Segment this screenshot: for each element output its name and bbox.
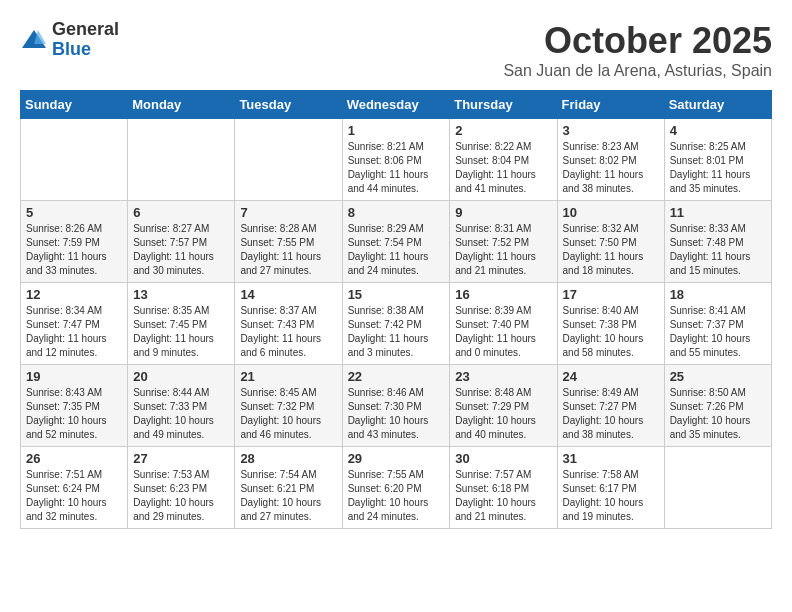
day-info: Sunrise: 8:31 AM Sunset: 7:52 PM Dayligh… bbox=[455, 222, 551, 278]
day-number: 5 bbox=[26, 205, 122, 220]
day-info: Sunrise: 7:57 AM Sunset: 6:18 PM Dayligh… bbox=[455, 468, 551, 524]
day-info: Sunrise: 7:55 AM Sunset: 6:20 PM Dayligh… bbox=[348, 468, 445, 524]
day-info: Sunrise: 8:48 AM Sunset: 7:29 PM Dayligh… bbox=[455, 386, 551, 442]
calendar-cell: 7Sunrise: 8:28 AM Sunset: 7:55 PM Daylig… bbox=[235, 201, 342, 283]
day-number: 31 bbox=[563, 451, 659, 466]
day-info: Sunrise: 8:34 AM Sunset: 7:47 PM Dayligh… bbox=[26, 304, 122, 360]
day-number: 13 bbox=[133, 287, 229, 302]
day-number: 27 bbox=[133, 451, 229, 466]
day-info: Sunrise: 7:58 AM Sunset: 6:17 PM Dayligh… bbox=[563, 468, 659, 524]
calendar-cell: 27Sunrise: 7:53 AM Sunset: 6:23 PM Dayli… bbox=[128, 447, 235, 529]
calendar-cell: 9Sunrise: 8:31 AM Sunset: 7:52 PM Daylig… bbox=[450, 201, 557, 283]
calendar-week-row: 1Sunrise: 8:21 AM Sunset: 8:06 PM Daylig… bbox=[21, 119, 772, 201]
calendar-header-saturday: Saturday bbox=[664, 91, 771, 119]
calendar-cell bbox=[664, 447, 771, 529]
day-number: 17 bbox=[563, 287, 659, 302]
day-number: 21 bbox=[240, 369, 336, 384]
day-number: 11 bbox=[670, 205, 766, 220]
day-number: 18 bbox=[670, 287, 766, 302]
calendar-cell: 10Sunrise: 8:32 AM Sunset: 7:50 PM Dayli… bbox=[557, 201, 664, 283]
calendar-week-row: 5Sunrise: 8:26 AM Sunset: 7:59 PM Daylig… bbox=[21, 201, 772, 283]
calendar-table: SundayMondayTuesdayWednesdayThursdayFrid… bbox=[20, 90, 772, 529]
day-number: 4 bbox=[670, 123, 766, 138]
day-number: 10 bbox=[563, 205, 659, 220]
calendar-cell: 17Sunrise: 8:40 AM Sunset: 7:38 PM Dayli… bbox=[557, 283, 664, 365]
day-number: 16 bbox=[455, 287, 551, 302]
day-info: Sunrise: 7:54 AM Sunset: 6:21 PM Dayligh… bbox=[240, 468, 336, 524]
day-info: Sunrise: 8:39 AM Sunset: 7:40 PM Dayligh… bbox=[455, 304, 551, 360]
day-number: 3 bbox=[563, 123, 659, 138]
day-info: Sunrise: 8:21 AM Sunset: 8:06 PM Dayligh… bbox=[348, 140, 445, 196]
calendar-cell: 14Sunrise: 8:37 AM Sunset: 7:43 PM Dayli… bbox=[235, 283, 342, 365]
page-header: General Blue October 2025 San Juan de la… bbox=[20, 20, 772, 80]
day-number: 23 bbox=[455, 369, 551, 384]
title-block: October 2025 San Juan de la Arena, Astur… bbox=[503, 20, 772, 80]
day-number: 9 bbox=[455, 205, 551, 220]
calendar-cell bbox=[128, 119, 235, 201]
day-number: 25 bbox=[670, 369, 766, 384]
calendar-cell: 18Sunrise: 8:41 AM Sunset: 7:37 PM Dayli… bbox=[664, 283, 771, 365]
day-info: Sunrise: 8:44 AM Sunset: 7:33 PM Dayligh… bbox=[133, 386, 229, 442]
calendar-header-monday: Monday bbox=[128, 91, 235, 119]
logo: General Blue bbox=[20, 20, 119, 60]
day-number: 26 bbox=[26, 451, 122, 466]
calendar-cell: 1Sunrise: 8:21 AM Sunset: 8:06 PM Daylig… bbox=[342, 119, 450, 201]
day-info: Sunrise: 8:50 AM Sunset: 7:26 PM Dayligh… bbox=[670, 386, 766, 442]
day-info: Sunrise: 8:41 AM Sunset: 7:37 PM Dayligh… bbox=[670, 304, 766, 360]
logo-icon bbox=[20, 26, 48, 54]
day-number: 19 bbox=[26, 369, 122, 384]
calendar-cell: 19Sunrise: 8:43 AM Sunset: 7:35 PM Dayli… bbox=[21, 365, 128, 447]
calendar-cell: 11Sunrise: 8:33 AM Sunset: 7:48 PM Dayli… bbox=[664, 201, 771, 283]
day-number: 22 bbox=[348, 369, 445, 384]
calendar-cell: 28Sunrise: 7:54 AM Sunset: 6:21 PM Dayli… bbox=[235, 447, 342, 529]
calendar-cell: 16Sunrise: 8:39 AM Sunset: 7:40 PM Dayli… bbox=[450, 283, 557, 365]
calendar-cell: 8Sunrise: 8:29 AM Sunset: 7:54 PM Daylig… bbox=[342, 201, 450, 283]
day-info: Sunrise: 8:26 AM Sunset: 7:59 PM Dayligh… bbox=[26, 222, 122, 278]
day-number: 7 bbox=[240, 205, 336, 220]
calendar-header-friday: Friday bbox=[557, 91, 664, 119]
logo-blue-text: Blue bbox=[52, 40, 119, 60]
day-number: 28 bbox=[240, 451, 336, 466]
calendar-cell: 6Sunrise: 8:27 AM Sunset: 7:57 PM Daylig… bbox=[128, 201, 235, 283]
day-info: Sunrise: 7:53 AM Sunset: 6:23 PM Dayligh… bbox=[133, 468, 229, 524]
calendar-cell: 4Sunrise: 8:25 AM Sunset: 8:01 PM Daylig… bbox=[664, 119, 771, 201]
day-info: Sunrise: 8:25 AM Sunset: 8:01 PM Dayligh… bbox=[670, 140, 766, 196]
day-info: Sunrise: 8:35 AM Sunset: 7:45 PM Dayligh… bbox=[133, 304, 229, 360]
calendar-header-row: SundayMondayTuesdayWednesdayThursdayFrid… bbox=[21, 91, 772, 119]
calendar-cell: 20Sunrise: 8:44 AM Sunset: 7:33 PM Dayli… bbox=[128, 365, 235, 447]
calendar-cell: 2Sunrise: 8:22 AM Sunset: 8:04 PM Daylig… bbox=[450, 119, 557, 201]
day-number: 20 bbox=[133, 369, 229, 384]
calendar-cell bbox=[21, 119, 128, 201]
day-info: Sunrise: 8:43 AM Sunset: 7:35 PM Dayligh… bbox=[26, 386, 122, 442]
calendar-cell: 13Sunrise: 8:35 AM Sunset: 7:45 PM Dayli… bbox=[128, 283, 235, 365]
calendar-cell bbox=[235, 119, 342, 201]
calendar-header-tuesday: Tuesday bbox=[235, 91, 342, 119]
calendar-cell: 23Sunrise: 8:48 AM Sunset: 7:29 PM Dayli… bbox=[450, 365, 557, 447]
calendar-cell: 25Sunrise: 8:50 AM Sunset: 7:26 PM Dayli… bbox=[664, 365, 771, 447]
logo-text: General Blue bbox=[52, 20, 119, 60]
calendar-header-thursday: Thursday bbox=[450, 91, 557, 119]
day-number: 8 bbox=[348, 205, 445, 220]
calendar-cell: 26Sunrise: 7:51 AM Sunset: 6:24 PM Dayli… bbox=[21, 447, 128, 529]
logo-general-text: General bbox=[52, 20, 119, 40]
calendar-cell: 24Sunrise: 8:49 AM Sunset: 7:27 PM Dayli… bbox=[557, 365, 664, 447]
day-info: Sunrise: 8:38 AM Sunset: 7:42 PM Dayligh… bbox=[348, 304, 445, 360]
calendar-cell: 3Sunrise: 8:23 AM Sunset: 8:02 PM Daylig… bbox=[557, 119, 664, 201]
day-number: 6 bbox=[133, 205, 229, 220]
day-info: Sunrise: 8:45 AM Sunset: 7:32 PM Dayligh… bbox=[240, 386, 336, 442]
location-text: San Juan de la Arena, Asturias, Spain bbox=[503, 62, 772, 80]
day-info: Sunrise: 8:27 AM Sunset: 7:57 PM Dayligh… bbox=[133, 222, 229, 278]
day-info: Sunrise: 7:51 AM Sunset: 6:24 PM Dayligh… bbox=[26, 468, 122, 524]
calendar-cell: 21Sunrise: 8:45 AM Sunset: 7:32 PM Dayli… bbox=[235, 365, 342, 447]
calendar-cell: 29Sunrise: 7:55 AM Sunset: 6:20 PM Dayli… bbox=[342, 447, 450, 529]
day-number: 29 bbox=[348, 451, 445, 466]
day-number: 15 bbox=[348, 287, 445, 302]
day-number: 30 bbox=[455, 451, 551, 466]
calendar-week-row: 26Sunrise: 7:51 AM Sunset: 6:24 PM Dayli… bbox=[21, 447, 772, 529]
calendar-cell: 15Sunrise: 8:38 AM Sunset: 7:42 PM Dayli… bbox=[342, 283, 450, 365]
calendar-cell: 12Sunrise: 8:34 AM Sunset: 7:47 PM Dayli… bbox=[21, 283, 128, 365]
calendar-week-row: 19Sunrise: 8:43 AM Sunset: 7:35 PM Dayli… bbox=[21, 365, 772, 447]
day-info: Sunrise: 8:22 AM Sunset: 8:04 PM Dayligh… bbox=[455, 140, 551, 196]
day-info: Sunrise: 8:37 AM Sunset: 7:43 PM Dayligh… bbox=[240, 304, 336, 360]
day-info: Sunrise: 8:49 AM Sunset: 7:27 PM Dayligh… bbox=[563, 386, 659, 442]
